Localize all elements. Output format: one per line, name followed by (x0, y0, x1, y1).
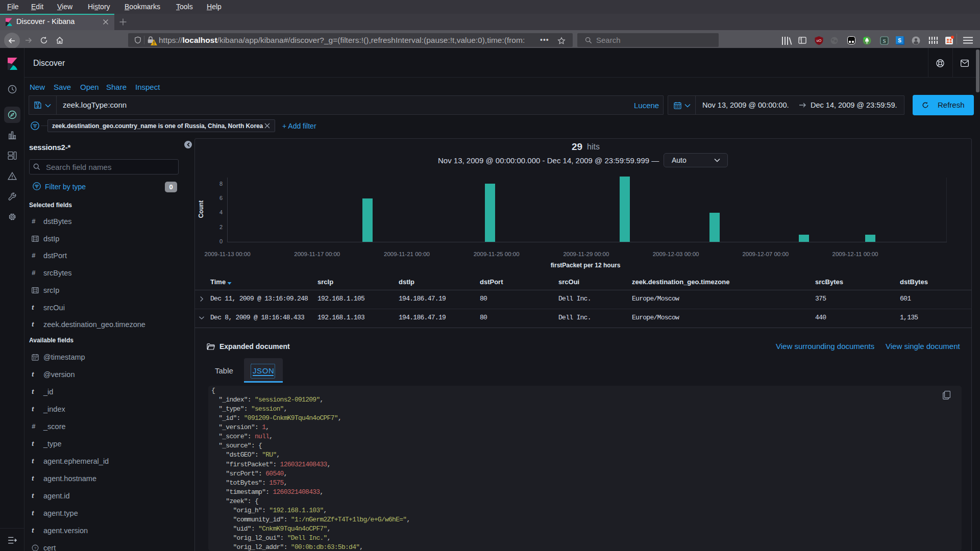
svg-text:uO: uO (817, 39, 822, 42)
svg-text:S: S (883, 38, 886, 44)
svg-text:S: S (898, 38, 901, 43)
svg-text:?: ? (34, 546, 37, 550)
